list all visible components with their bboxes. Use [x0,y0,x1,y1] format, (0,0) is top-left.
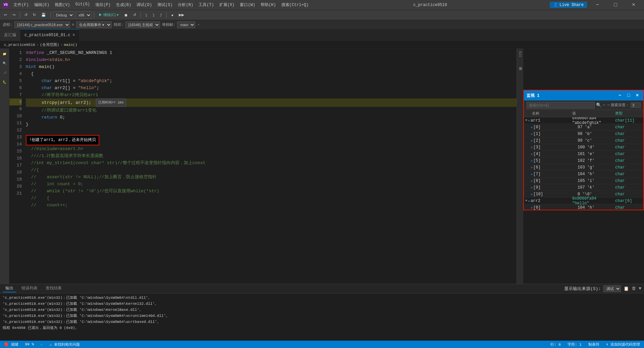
save-button[interactable]: 💾 [39,12,48,18]
watch-search-nav-prev[interactable]: ← [603,102,605,108]
menu-debug[interactable]: 调试(D) [135,1,154,8]
more-debug-button[interactable]: ▶▶ [177,12,186,18]
output-tab-errors[interactable]: 错误列表 [19,285,40,292]
status-encoding[interactable]: 制表符 [587,342,601,347]
thread-select[interactable]: [16548] 主线程 [125,21,160,28]
status-check-icon[interactable]: ✓ [39,342,44,347]
output-tab-bar: 输出 错误列表 查找结果 显示输出来源(S): 调试 📋 🗑 ▼ [0,284,644,293]
close-button[interactable]: × [626,0,641,10]
ln-9: 9 [9,106,22,113]
status-no-problems[interactable]: ⚠ 未找到相关问题 [48,342,81,347]
watch-maximize-btn[interactable]: □ [625,92,632,99]
output-tab-find[interactable]: 查找结果 [43,285,64,292]
watch-search-input[interactable] [527,102,595,109]
menu-git[interactable]: Git(G) [73,1,92,8]
process-select[interactable]: [16144] c_practice0518.exe [14,21,70,28]
copy-icon[interactable]: 📋 [624,286,629,291]
arr1-item-4[interactable]: ◈[4] 101 'e' char [524,151,643,157]
breakpoint-button[interactable]: ● [169,12,175,18]
menu-file[interactable]: 文件(F) [11,1,31,8]
breadcrumb-func[interactable]: main() [64,43,77,47]
continue-button[interactable]: ▶ 继续(C) ▾ [97,12,121,18]
arr1-item-8[interactable]: ◈[8] 105 'i' char [524,178,643,184]
menu-search[interactable]: 搜索(Ctrl+Q) [279,1,311,8]
watch-row-arr2[interactable]: ▼ ◈ arr2 0x0060fa94 "hello" char[6] [524,198,643,204]
back-button[interactable]: ↩ [2,12,9,18]
watch-row-arr1[interactable]: ▼ ◈ arr1 0x0060faa4 "abcdefghik" char[11… [524,117,643,124]
step-out-button[interactable]: ⤴ [158,12,164,18]
output-collapse-btn[interactable]: ▼ [639,286,641,291]
menu-view[interactable]: 视图(V) [53,1,72,8]
breadcrumb-file[interactable]: c_practice0518 [4,43,35,47]
arr1-item-6[interactable]: ◈[6] 103 'g' char [524,164,643,171]
redo-button[interactable]: ↻ [31,12,38,18]
menu-bar[interactable]: 文件(F) 编辑(E) 视图(V) Git(G) 项目(P) 生成(B) 调试(… [11,1,311,8]
status-line[interactable]: 行: 8 [549,342,562,347]
watch-close-btn[interactable]: × [634,92,641,99]
arr2-type: char[6] [615,199,642,203]
lifecycle-select[interactable]: 生命周期事件 ▾ [76,21,112,28]
menu-build[interactable]: 生成(B) [114,1,133,8]
menu-project[interactable]: 项目(P) [93,1,113,8]
status-zoom[interactable]: 99 % [24,342,35,346]
search-icon[interactable]: 🔍 [1,59,9,67]
menu-test[interactable]: 测试(S) [155,1,175,8]
watch-panel: 监视 1 − □ × 🔍 ← → 搜索深度： 名称 值 类型 ▼ ◈ [523,90,644,210]
arr1-item-7[interactable]: ◈[7] 104 'h' char [524,171,643,178]
ln-2: 2 [9,56,22,63]
tab-source[interactable]: c_practice0518_01.c × [20,29,79,41]
arr1-item-3[interactable]: ◈[3] 100 'd' char [524,144,643,151]
maximize-button[interactable]: □ [608,0,623,10]
ln-20: 20 [9,183,22,190]
menu-help[interactable]: 帮助(H) [259,1,278,8]
arr1-item-0[interactable]: ◈[0] 97 'a' char [524,124,643,131]
ln-13: 13 [9,134,22,141]
restart-button[interactable]: ↺ [131,12,138,18]
watch-col-type: 类型 [615,111,642,116]
arr2-item-0[interactable]: ◈[0] 104 'h' char [524,204,643,210]
live-share-button[interactable]: 👤 Live Share [550,2,587,8]
watch-depth-input[interactable] [631,102,641,108]
menu-window[interactable]: 窗口(W) [238,1,257,8]
output-tab-output[interactable]: 输出 [3,285,16,292]
stop-button[interactable]: ⏹ [122,12,130,18]
arr1-item-1[interactable]: ◈[1] 98 'b' char [524,131,643,137]
debug-icon[interactable]: 🐛 [1,78,9,86]
menu-analyze[interactable]: 分析(N) [176,1,195,8]
tab-disassembly[interactable]: 反汇编 [0,29,20,41]
minimize-button[interactable]: − [590,0,605,10]
line-numbers: 1 2 3 4 5 6 7 8 9 10 11 12 13 14 15 16 1… [9,49,24,284]
app-logo: VS [3,2,9,8]
arr1-expand-arrow[interactable]: ▼ [525,119,527,122]
arr1-item-2[interactable]: ◈[2] 99 'c' char [524,137,643,144]
explorer-icon[interactable]: 📁 [1,50,9,58]
step-over-button[interactable]: ⤵ [143,12,149,18]
debug-bar: 进程: [16144] c_practice0518.exe ⎋ 生命周期事件 … [0,20,644,29]
menu-tools[interactable]: 工具(T) [197,1,216,8]
breadcrumb-scope[interactable]: (全局范围) [40,42,59,47]
ln-18: 18 [9,169,22,176]
arr2-expand-arrow[interactable]: ▼ [525,199,527,203]
output-source-select[interactable]: 调试 [603,285,621,292]
platform-dropdown[interactable]: x86 [75,11,92,19]
status-debug-mode[interactable]: 🔴 就绪 [3,342,20,347]
menu-extensions[interactable]: 扩展(X) [217,1,237,8]
stack-select[interactable]: main [177,21,195,28]
watch-search-nav-next[interactable]: → [607,102,609,108]
clear-icon[interactable]: 🗑 [632,286,636,291]
config-dropdown[interactable]: Debug [53,11,74,19]
step-into-button[interactable]: ⤵ [151,12,157,18]
right-sidebar: Git 审阅 [517,49,523,284]
arr1-item-5[interactable]: ◈[5] 102 'f' char [524,157,643,164]
tab-source-close[interactable]: × [72,32,75,38]
status-col[interactable]: 字符: 1 [566,342,583,347]
watch-minimize-btn[interactable]: − [616,92,623,99]
arr1-item-9[interactable]: ◈[9] 107 'k' char [524,184,643,191]
status-add-git[interactable]: ⬆ 添加到源代码管理 [605,342,641,347]
output-line-4: 'c_practice0518.exe'(Win32)：已加载 'C:\Wind… [3,313,641,319]
git-icon[interactable]: ⎇ [1,69,9,77]
git-panel-icon[interactable]: Git [518,51,522,57]
undo-button[interactable]: ↺ [22,12,30,18]
menu-edit[interactable]: 编辑(E) [32,1,52,8]
forward-button[interactable]: ↪ [10,12,17,18]
